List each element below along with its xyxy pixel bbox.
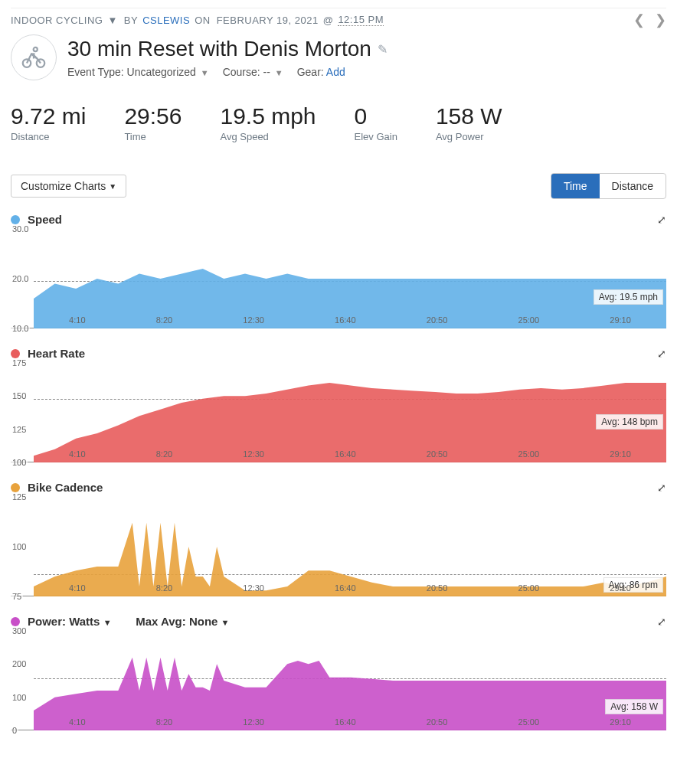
y-tick: 125 xyxy=(11,492,28,501)
chart-dropdown[interactable]: Max Avg: None ▼ xyxy=(136,615,229,628)
gear-field: Gear: Add xyxy=(297,66,345,78)
chart-area[interactable]: 100125150175Avg: 148 bpm4:108:2012:3016:… xyxy=(11,363,666,462)
avg-badge: Avg: 158 W xyxy=(605,699,663,714)
chevron-down-icon[interactable]: ▼ xyxy=(107,15,117,26)
y-tick: 125 xyxy=(11,425,28,434)
user-link[interactable]: CSLEWIS xyxy=(142,15,190,26)
stat-label: Time xyxy=(124,131,182,142)
chart-speed: Speed ⤢10.020.030.0Avg: 19.5 mph4:108:20… xyxy=(11,213,666,328)
stat-label: Distance xyxy=(11,131,86,142)
avg-badge: Avg: 19.5 mph xyxy=(594,289,663,305)
edit-icon[interactable]: ✎ xyxy=(378,42,388,57)
y-tick: 300 xyxy=(11,626,28,635)
y-tick: 100 xyxy=(11,693,28,702)
chevron-down-icon: ▼ xyxy=(201,68,209,77)
chart-area[interactable]: 0100200300Avg: 158 W4:108:2012:3016:4020… xyxy=(11,631,666,730)
chart-title-row: Power: Watts ▼ Max Avg: None ▼⤢ xyxy=(11,615,666,628)
chart-svg xyxy=(34,631,666,730)
meta-row: Event Type: Uncategorized ▼ Course: -- ▼… xyxy=(67,66,388,78)
chevron-down-icon: ▼ xyxy=(221,618,230,627)
at-label: @ xyxy=(323,15,334,26)
y-tick: 175 xyxy=(11,358,28,368)
chart-label[interactable]: Power: Watts ▼ xyxy=(28,615,112,628)
chart-title-row: Bike Cadence ⤢ xyxy=(11,481,666,494)
avg-badge: Avg: 148 bpm xyxy=(596,414,663,430)
stat-label: Elev Gain xyxy=(355,131,397,142)
chart-label: Speed xyxy=(28,213,62,226)
chart-svg xyxy=(34,497,666,596)
chart-cadence: Bike Cadence ⤢75100125Avg: 86 rpm4:108:2… xyxy=(11,481,666,596)
stat-block: 29:56Time xyxy=(124,103,182,142)
axis-time-button[interactable]: Time xyxy=(551,174,600,198)
stat-value: 9.72 mi xyxy=(11,103,86,129)
stat-label: Avg Power xyxy=(436,131,502,142)
axis-toggle: Time Distance xyxy=(551,173,666,199)
breadcrumb-row: INDOOR CYCLING ▼ BY CSLEWIS ON FEBRUARY … xyxy=(11,8,666,28)
sport-type[interactable]: INDOOR CYCLING xyxy=(11,15,103,26)
gear-add-link[interactable]: Add xyxy=(326,66,345,78)
stat-block: 158 WAvg Power xyxy=(436,103,502,142)
customize-charts-button[interactable]: Customize Charts ▼ xyxy=(11,175,126,198)
avg-badge: Avg: 86 rpm xyxy=(603,577,663,593)
stat-block: 9.72 miDistance xyxy=(11,103,86,142)
y-tick: 0 xyxy=(11,726,18,735)
series-color-dot xyxy=(11,349,20,358)
header: 30 min Reset with Denis Morton ✎ Event T… xyxy=(11,34,666,80)
course-selector[interactable]: Course: -- ▼ xyxy=(223,66,283,78)
chart-svg xyxy=(34,363,666,462)
expand-icon[interactable]: ⤢ xyxy=(657,616,666,628)
y-tick: 75 xyxy=(11,592,23,601)
y-tick: 10.0 xyxy=(11,324,30,333)
activity-title: 30 min Reset with Denis Morton xyxy=(67,37,371,61)
stat-value: 19.5 mph xyxy=(220,103,316,129)
chart-toolbar: Customize Charts ▼ Time Distance xyxy=(11,173,666,199)
chart-title-row: Speed ⤢ xyxy=(11,213,666,226)
prev-activity-icon[interactable]: ❮ xyxy=(633,11,646,28)
by-label: BY xyxy=(124,15,138,26)
chart-label: Heart Rate xyxy=(28,347,85,360)
activity-time[interactable]: 12:15 PM xyxy=(338,14,384,26)
y-tick: 20.0 xyxy=(11,274,30,283)
chevron-down-icon: ▼ xyxy=(275,68,283,77)
expand-icon[interactable]: ⤢ xyxy=(657,348,666,360)
svg-point-2 xyxy=(34,47,38,51)
stat-block: 19.5 mphAvg Speed xyxy=(220,103,316,142)
expand-icon[interactable]: ⤢ xyxy=(657,214,666,226)
y-tick: 200 xyxy=(11,659,28,668)
stat-block: 0Elev Gain xyxy=(355,103,397,142)
event-type-selector[interactable]: Event Type: Uncategorized ▼ xyxy=(67,66,209,78)
stat-value: 0 xyxy=(355,103,397,129)
on-label: ON xyxy=(195,15,211,26)
chart-title-row: Heart Rate ⤢ xyxy=(11,347,666,360)
next-activity-icon[interactable]: ❯ xyxy=(655,11,667,28)
chart-svg xyxy=(34,229,666,328)
series-color-dot xyxy=(11,617,20,626)
chart-area[interactable]: 75100125Avg: 86 rpm4:108:2012:3016:4020:… xyxy=(11,497,666,596)
y-tick: 150 xyxy=(11,391,28,400)
stat-value: 29:56 xyxy=(124,103,182,129)
chart-label: Bike Cadence xyxy=(28,481,103,494)
activity-title-row: 30 min Reset with Denis Morton ✎ xyxy=(67,37,388,61)
series-color-dot xyxy=(11,483,20,492)
y-tick: 100 xyxy=(11,542,28,551)
chart-power: Power: Watts ▼ Max Avg: None ▼⤢010020030… xyxy=(11,615,666,730)
chevron-down-icon: ▼ xyxy=(109,182,116,191)
y-tick: 30.0 xyxy=(11,224,30,234)
axis-distance-button[interactable]: Distance xyxy=(600,174,666,198)
activity-date: FEBRUARY 19, 2021 xyxy=(217,15,319,26)
y-tick: 100 xyxy=(11,458,28,467)
expand-icon[interactable]: ⤢ xyxy=(657,482,666,494)
chevron-down-icon: ▼ xyxy=(103,618,112,627)
cycling-icon xyxy=(11,34,57,80)
stat-value: 158 W xyxy=(436,103,502,129)
series-color-dot xyxy=(11,215,20,224)
chart-hr: Heart Rate ⤢100125150175Avg: 148 bpm4:10… xyxy=(11,347,666,462)
summary-stats: 9.72 miDistance29:56Time19.5 mphAvg Spee… xyxy=(11,103,666,142)
chart-area[interactable]: 10.020.030.0Avg: 19.5 mph4:108:2012:3016… xyxy=(11,229,666,328)
stat-label: Avg Speed xyxy=(220,131,316,142)
